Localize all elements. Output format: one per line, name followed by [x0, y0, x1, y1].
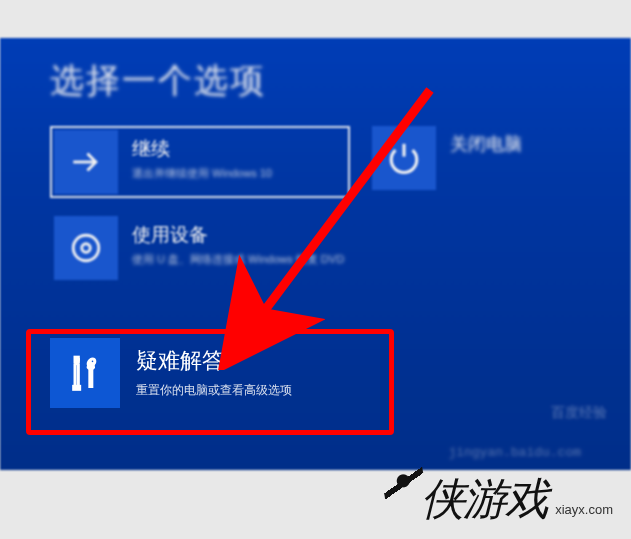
option-troubleshoot-desc: 重置你的电脑或查看高级选项 [136, 382, 292, 399]
site-watermark: 侠游戏 xiayx.com [421, 470, 613, 529]
option-use-device[interactable]: 使用设备 使用 U 盘、网络连接或 Windows 恢复 DVD [50, 212, 350, 284]
option-continue-label: 继续 [132, 136, 272, 162]
disc-icon [54, 216, 118, 280]
option-continue[interactable]: 继续 退出并继续使用 Windows 10 [50, 126, 350, 198]
svg-rect-4 [74, 386, 80, 389]
option-shutdown-label: 关闭电脑 [450, 126, 522, 156]
svg-point-6 [90, 359, 95, 364]
option-use-device-label: 使用设备 [132, 222, 344, 248]
svg-point-1 [73, 235, 99, 261]
arrow-right-icon [54, 130, 118, 194]
watermark-line2: jingyan.baidu.com [448, 445, 581, 460]
site-watermark-url: xiayx.com [555, 502, 613, 517]
power-icon [372, 126, 436, 190]
svg-rect-5 [75, 357, 78, 362]
option-continue-desc: 退出并继续使用 Windows 10 [132, 166, 272, 181]
option-shutdown[interactable]: 关闭电脑 [372, 126, 572, 190]
option-use-device-desc: 使用 U 盘、网络连接或 Windows 恢复 DVD [132, 252, 344, 267]
watermark-line1: 百度经验 [551, 404, 607, 422]
site-watermark-text: 侠游戏 [421, 470, 547, 529]
svg-point-2 [82, 244, 91, 253]
page-title: 选择一个选项 [50, 58, 591, 104]
tools-icon [50, 338, 120, 408]
option-troubleshoot-label: 疑难解答 [136, 346, 292, 376]
option-troubleshoot[interactable]: 疑难解答 重置你的电脑或查看高级选项 [50, 338, 292, 408]
